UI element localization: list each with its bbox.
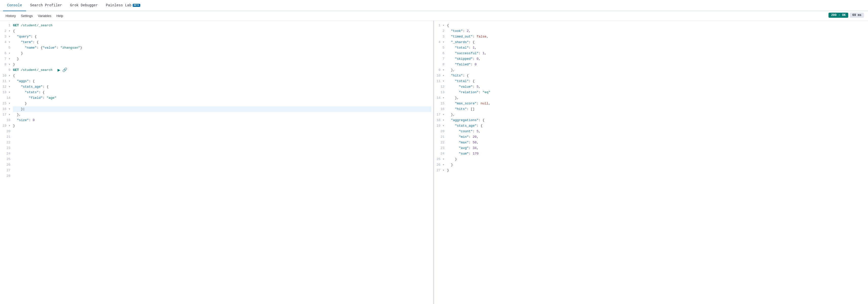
oln-24: 24 (437, 151, 444, 157)
editor-line-numbers: 1 2 ▾ 3 ▾ 4 ▾ 5 6 ▾ 7 ▾ 8 ▾ 9 10 ▾ 11 ▾ … (0, 21, 12, 304)
ln-6: 6 ▾ (3, 51, 10, 56)
code-punct-2: { (13, 28, 15, 34)
editor-line-8: } (13, 62, 431, 67)
output-line-15: "max_score" : null , (447, 101, 866, 107)
code-close-7: } (17, 56, 19, 62)
code-indent-14 (13, 95, 29, 101)
editor-line-28 (13, 173, 431, 179)
editor-line-9: GET /student/_search ▶ 🔗 (13, 67, 431, 73)
code-key-18: "size" (17, 118, 29, 123)
copy-button[interactable]: 🔗 (62, 67, 67, 73)
output-line-4: "_shards" : { (447, 39, 866, 45)
code-open-10: { (13, 73, 15, 79)
editor-line-26 (13, 162, 431, 168)
editor-line-12: "stats_age" : { (13, 84, 431, 90)
beta-badge: BETA (133, 4, 140, 7)
oln-22: 22 (437, 140, 444, 145)
output-line-5: "total" : 1 , (447, 45, 866, 51)
oln-5: 5 (437, 45, 444, 51)
editor-line-14: "field" : "age" (13, 95, 431, 101)
oln-2: 2 (437, 28, 444, 34)
editor-line-3: "query" : { (13, 34, 431, 39)
output-line-10: "hits" : { (447, 73, 866, 79)
code-method-9: GET (13, 67, 19, 73)
output-line-13: "relation" : "eq" (447, 90, 866, 95)
code-method-1: GET (13, 23, 19, 28)
history-button[interactable]: History (3, 12, 18, 20)
code-key-13: "stats" (25, 90, 39, 95)
output-line-11: "total" : { (447, 79, 866, 84)
output-line-6: "successful" : 1 , (447, 51, 866, 56)
output-line-2: "took" : 2 , (447, 28, 866, 34)
oln-8: 8 (437, 62, 444, 67)
settings-button[interactable]: Settings (18, 12, 35, 20)
code-colon-11: : { (29, 79, 35, 84)
output-line-23: "avg" : 34 , (447, 145, 866, 151)
ln-20: 20 (3, 129, 10, 134)
code-indent-13 (13, 90, 25, 95)
oln-18: 18 ▾ (437, 118, 444, 123)
variables-button[interactable]: Variables (35, 12, 54, 20)
oln-19: 19 ▾ (437, 123, 444, 129)
ln-26: 26 (3, 162, 10, 168)
code-key-4: "term" (21, 39, 33, 45)
output-line-26: } (447, 162, 866, 168)
output-code-area[interactable]: 1 ▾ 2 3 4 ▾ 5 6 7 8 9 ▾ 10 ▾ 11 ▾ 12 13 … (434, 21, 868, 304)
code-key-14: "field" (29, 95, 43, 101)
editor-line-6: } (13, 51, 431, 56)
output-line-16: "hits" : [] (447, 107, 866, 112)
ln-8: 8 ▾ (3, 62, 10, 67)
output-line-14: }, (447, 95, 866, 101)
code-url-9: /student/_search (19, 67, 53, 73)
code-close-8: } (13, 62, 15, 67)
ln-1: 1 (3, 23, 10, 28)
tab-search-profiler[interactable]: Search Profiler (26, 0, 66, 11)
editor-line-27 (13, 168, 431, 173)
code-close-15: } (25, 101, 27, 107)
code-indent-17 (13, 112, 17, 118)
ln-21: 21 (3, 134, 10, 140)
code-colon-12: : { (42, 84, 49, 90)
editor-line-17: }, (13, 112, 431, 118)
oln-3: 3 (437, 34, 444, 39)
code-colon-5: : { (37, 45, 42, 51)
ln-19: 19 ▾ (3, 123, 10, 129)
code-close-19: } (13, 123, 15, 129)
run-button[interactable]: ▶ (58, 67, 60, 73)
top-nav: Console Search Profiler Grok Debugger Pa… (0, 0, 868, 11)
code-colon-3: : { (31, 34, 36, 39)
tab-painless-lab[interactable]: Painless Lab BETA (102, 0, 144, 11)
ln-3: 3 ▾ (3, 34, 10, 39)
output-line-24: "sum" : 170 (447, 151, 866, 157)
output-line-17: }, (447, 112, 866, 118)
code-val-5: "zhangsan" (60, 45, 80, 51)
secondary-toolbar: History Settings Variables Help 200 - OK… (0, 11, 868, 21)
oln-15: 15 (437, 101, 444, 107)
ln-22: 22 (3, 140, 10, 145)
editor-code-area[interactable]: 1 2 ▾ 3 ▾ 4 ▾ 5 6 ▾ 7 ▾ 8 ▾ 9 10 ▾ 11 ▾ … (0, 21, 433, 304)
tab-console-label: Console (7, 3, 22, 7)
status-ok-badge: 200 - OK (829, 13, 848, 18)
editor-line-22 (13, 140, 431, 145)
ln-9: 9 (3, 67, 10, 73)
ln-11: 11 ▾ (3, 79, 10, 84)
oln-7: 7 (437, 56, 444, 62)
editor-line-2: { (13, 28, 431, 34)
output-line-27: } (447, 168, 866, 173)
output-line-8: "failed" : 0 (447, 62, 866, 67)
editor-code-lines[interactable]: GET /student/_search { "query" : { "term (12, 21, 433, 304)
status-time-badge: 69 ms (850, 13, 864, 18)
output-line-25: } (447, 157, 866, 162)
code-indent-18 (13, 118, 17, 123)
output-line-3: "timed_out" : false , (447, 34, 866, 39)
help-button[interactable]: Help (54, 12, 66, 20)
tab-grok-debugger[interactable]: Grok Debugger (66, 0, 102, 11)
ln-28: 28 (3, 173, 10, 179)
code-indent-7 (13, 56, 17, 62)
tab-search-profiler-label: Search Profiler (30, 3, 62, 7)
code-key-11: "aggs" (17, 79, 29, 84)
oln-14: 14 ▾ (437, 95, 444, 101)
ln-25: 25 (3, 157, 10, 162)
code-colon-4: : { (33, 39, 38, 45)
tab-console[interactable]: Console (3, 0, 26, 11)
